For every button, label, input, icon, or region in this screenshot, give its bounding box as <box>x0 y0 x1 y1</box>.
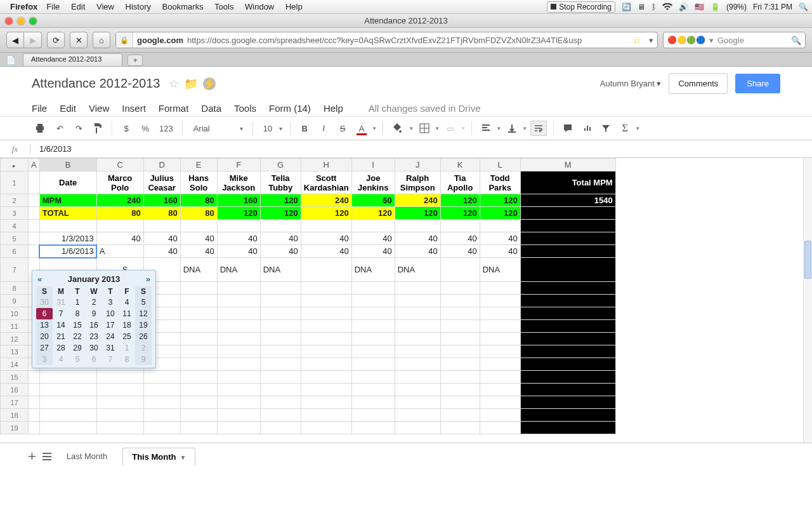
cell-M16[interactable] <box>520 384 615 396</box>
row-header-9[interactable]: 9 <box>1 295 29 307</box>
menu-format[interactable]: Format <box>159 103 189 114</box>
menu-view[interactable]: View <box>89 103 109 114</box>
cell-I13[interactable] <box>351 345 395 358</box>
cell-I3[interactable]: 120 <box>351 207 395 220</box>
cell-H14[interactable] <box>301 358 351 371</box>
cell-M18[interactable] <box>520 409 615 422</box>
col-header-J[interactable]: J <box>395 159 440 171</box>
cell-D16[interactable] <box>143 384 180 396</box>
datepicker-day[interactable]: 6 <box>86 354 102 365</box>
cell-G7[interactable]: DNA <box>260 258 301 282</box>
cell-L12[interactable] <box>480 333 520 345</box>
battery-icon[interactable]: 🔋 <box>710 3 720 11</box>
site-identity-icon[interactable]: 🔒 <box>116 32 133 48</box>
datepicker-day[interactable]: 26 <box>135 331 152 342</box>
wrap-button[interactable] <box>530 121 547 136</box>
cell-L4[interactable] <box>480 220 520 232</box>
cell-C4[interactable] <box>96 220 143 232</box>
cell-A18[interactable] <box>29 409 40 422</box>
cell-J8[interactable] <box>395 282 440 295</box>
menu-form[interactable]: Form (14) <box>269 103 311 114</box>
cell-K18[interactable] <box>440 409 480 422</box>
cell-E1[interactable]: Hans Solo <box>180 171 217 194</box>
cell-A4[interactable] <box>29 220 40 232</box>
datepicker-day[interactable]: 21 <box>53 331 69 342</box>
datepicker-day[interactable]: 5 <box>69 354 86 365</box>
menu-insert[interactable]: Insert <box>122 103 146 114</box>
datepicker-day[interactable]: 22 <box>69 331 86 342</box>
datepicker-day[interactable]: 7 <box>102 354 119 365</box>
cell-C2[interactable]: 240 <box>96 194 143 207</box>
merge-button[interactable]: ▭ <box>443 121 458 136</box>
cell-M9[interactable] <box>520 295 615 307</box>
cell-E6[interactable]: 40 <box>180 245 217 258</box>
filter-button[interactable] <box>598 121 613 136</box>
cell-D18[interactable] <box>143 409 180 422</box>
row-header-14[interactable]: 14 <box>1 358 29 371</box>
spotlight-icon[interactable]: 🔍 <box>799 3 808 11</box>
cell-I7[interactable]: DNA <box>351 258 395 282</box>
cell-F14[interactable] <box>217 358 260 371</box>
datepicker-day[interactable]: 19 <box>135 319 152 331</box>
cell-A1[interactable] <box>29 171 40 194</box>
halign-button[interactable] <box>478 121 494 136</box>
cell-H16[interactable] <box>301 384 351 396</box>
col-header-corner[interactable]: ▸ <box>1 159 29 171</box>
wifi-icon[interactable] <box>662 3 672 11</box>
col-header-L[interactable]: L <box>480 159 520 171</box>
cell-D6[interactable]: 40 <box>143 245 180 258</box>
os-menu-view[interactable]: View <box>96 2 114 11</box>
datepicker-day[interactable]: 31 <box>102 342 119 354</box>
row-header-17[interactable]: 17 <box>1 396 29 409</box>
cell-J12[interactable] <box>395 333 440 345</box>
cell-G16[interactable] <box>260 384 301 396</box>
all-tabs-button[interactable]: 📄 <box>3 53 19 66</box>
cell-H2[interactable]: 240 <box>301 194 351 207</box>
cell-J1[interactable]: Ralph Simpson <box>395 171 440 194</box>
cell-K10[interactable] <box>440 307 480 320</box>
cell-K5[interactable]: 40 <box>440 232 480 245</box>
cell-B4[interactable] <box>39 220 96 232</box>
col-header-E[interactable]: E <box>180 159 217 171</box>
cell-F17[interactable] <box>217 396 260 409</box>
cell-D1[interactable]: Julius Ceasar <box>143 171 180 194</box>
cell-F6[interactable]: 40 <box>217 245 260 258</box>
cell-K12[interactable] <box>440 333 480 345</box>
col-header-H[interactable]: H <box>301 159 351 171</box>
cell-H8[interactable] <box>301 282 351 295</box>
cell-M13[interactable] <box>520 345 615 358</box>
sheet-tab-this-month[interactable]: This Month▼ <box>122 448 195 465</box>
currency-button[interactable]: $ <box>119 121 134 136</box>
cell-G19[interactable] <box>260 422 301 434</box>
clock[interactable]: Fri 7:31 PM <box>753 3 792 11</box>
datepicker-day[interactable]: 14 <box>53 319 69 331</box>
cell-B19[interactable] <box>39 422 96 434</box>
cell-D2[interactable]: 160 <box>143 194 180 207</box>
folder-icon[interactable]: 📁 <box>184 77 198 91</box>
datepicker-day[interactable]: 9 <box>86 308 102 319</box>
cell-K7[interactable] <box>440 258 480 282</box>
cell-L14[interactable] <box>480 358 520 371</box>
col-header-B[interactable]: B <box>39 159 96 171</box>
cell-I15[interactable] <box>351 371 395 384</box>
datepicker-day[interactable]: 23 <box>86 331 102 342</box>
datepicker-day[interactable]: 11 <box>119 308 135 319</box>
cell-H3[interactable]: 120 <box>301 207 351 220</box>
cell-J15[interactable] <box>395 371 440 384</box>
cell-G18[interactable] <box>260 409 301 422</box>
insert-chart-button[interactable] <box>579 121 594 136</box>
cell-A19[interactable] <box>29 422 40 434</box>
cell-E16[interactable] <box>180 384 217 396</box>
datepicker-day[interactable]: 5 <box>135 297 152 308</box>
datepicker-prev-button[interactable]: « <box>37 274 42 284</box>
cell-G6[interactable]: 40 <box>260 245 301 258</box>
cell-G17[interactable] <box>260 396 301 409</box>
reload-button[interactable]: ⟳ <box>47 32 65 48</box>
datepicker-day[interactable]: 17 <box>102 319 119 331</box>
formula-input[interactable]: 1/6/2013 <box>30 144 72 154</box>
cell-L2[interactable]: 120 <box>480 194 520 207</box>
cell-B17[interactable] <box>39 396 96 409</box>
new-tab-button[interactable]: + <box>128 55 143 66</box>
cell-E10[interactable] <box>180 307 217 320</box>
col-header-G[interactable]: G <box>260 159 301 171</box>
